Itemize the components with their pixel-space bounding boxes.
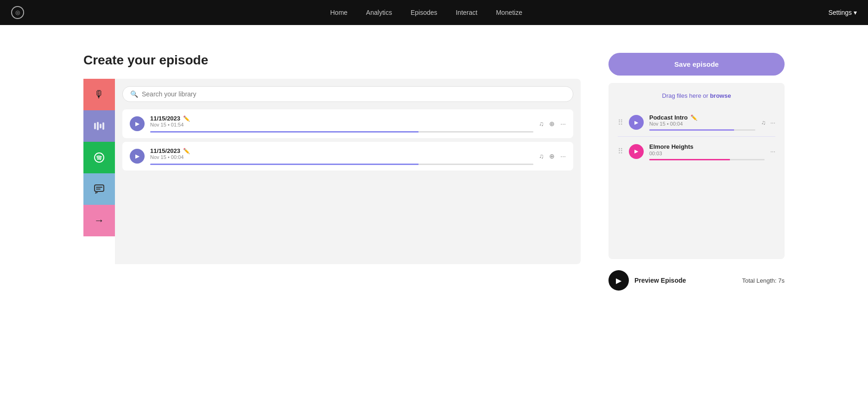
preview-left: ▶ Preview Episode <box>608 270 686 291</box>
track-name-2: 11/15/2023 <box>150 147 180 154</box>
tool-sidebar: 🎙 <box>83 79 115 264</box>
logo-icon: ◎ <box>15 9 20 16</box>
ep-name-1: Podcast Intro <box>649 114 688 121</box>
library-track-1: ▶ 11/15/2023 ✏️ Nov 15 • 01:54 ♫ ⊕ ··· <box>122 109 573 138</box>
library-panel: 🔍 ▶ 11/15/2023 ✏️ Nov 15 • 01:54 <box>115 79 581 264</box>
track-progress-2 <box>150 164 533 165</box>
track-edit-icon-1[interactable]: ✏️ <box>183 115 190 122</box>
preview-bar: ▶ Preview Episode Total Length: 7s <box>608 266 785 294</box>
drag-handle-2[interactable]: ⠿ <box>618 147 623 156</box>
search-icon: 🔍 <box>130 90 138 98</box>
nav-home[interactable]: Home <box>330 9 348 16</box>
track-actions-2: ♫ ⊕ ··· <box>539 152 566 160</box>
ep-progress-2 <box>649 159 765 160</box>
nav-episodes[interactable]: Episodes <box>411 9 437 16</box>
svg-rect-0 <box>94 123 96 129</box>
track-more-button-1[interactable]: ··· <box>560 120 566 127</box>
save-episode-button[interactable]: Save episode <box>608 53 785 76</box>
tool-bars-button[interactable] <box>83 110 115 142</box>
svg-rect-2 <box>100 124 101 128</box>
ep-more-button-1[interactable]: ··· <box>770 119 775 126</box>
track-play-button-1[interactable]: ▶ <box>130 116 145 131</box>
preview-play-button[interactable]: ▶ <box>608 270 629 291</box>
nav-monetize[interactable]: Monetize <box>496 9 522 16</box>
track-more-button-2[interactable]: ··· <box>560 152 566 160</box>
logo: ◎ <box>11 6 24 19</box>
track-music-icon-1[interactable]: ♫ <box>539 120 544 127</box>
track-edit-icon-2[interactable]: ✏️ <box>183 148 190 154</box>
track-add-button-2[interactable]: ⊕ <box>549 152 555 160</box>
ep-info-1: Podcast Intro ✏️ Nov 15 • 00:04 <box>649 114 755 131</box>
tool-arrow-button[interactable]: → <box>83 205 115 236</box>
page-title: Create your episode <box>83 53 581 68</box>
track-play-button-2[interactable]: ▶ <box>130 149 145 164</box>
ep-more-button-2[interactable]: ··· <box>770 148 775 155</box>
episode-track-1: ⠿ ▶ Podcast Intro ✏️ Nov 15 • 00:04 ♫ ··… <box>618 108 775 137</box>
ep-info-2: Elmore Heights 00:03 <box>649 142 765 160</box>
svg-rect-5 <box>95 185 104 191</box>
track-info-2: 11/15/2023 ✏️ Nov 15 • 00:04 <box>150 147 533 165</box>
main-content: Create your episode 🎙 <box>0 25 868 322</box>
episode-builder: Drag files here or browse ⠿ ▶ Podcast In… <box>608 83 785 259</box>
total-length: Total Length: 7s <box>742 277 785 284</box>
track-music-icon-2[interactable]: ♫ <box>539 152 544 160</box>
track-meta-2: Nov 15 • 00:04 <box>150 154 533 160</box>
left-panel: Create your episode 🎙 <box>83 53 581 294</box>
svg-rect-3 <box>102 122 104 130</box>
ep-meta-1: Nov 15 • 00:04 <box>649 121 755 127</box>
settings-button[interactable]: Settings ▾ <box>829 9 857 16</box>
nav-interact[interactable]: Interact <box>456 9 477 16</box>
track-actions-1: ♫ ⊕ ··· <box>539 120 566 127</box>
track-info-1: 11/15/2023 ✏️ Nov 15 • 01:54 <box>150 115 533 133</box>
preview-label: Preview Episode <box>634 277 686 284</box>
drag-handle-1[interactable]: ⠿ <box>618 118 623 127</box>
nav-analytics[interactable]: Analytics <box>366 9 392 16</box>
nav-links: Home Analytics Episodes Interact Monetiz… <box>330 9 523 16</box>
ep-music-icon-1[interactable]: ♫ <box>761 119 766 126</box>
track-name-1: 11/15/2023 <box>150 115 180 122</box>
ep-progress-1 <box>649 129 755 131</box>
tool-spotify-button[interactable] <box>83 142 115 173</box>
right-panel: Save episode Drag files here or browse ⠿… <box>608 53 785 294</box>
track-progress-1 <box>150 131 533 133</box>
episode-track-2: ⠿ ▶ Elmore Heights 00:03 ··· <box>618 137 775 166</box>
nav-bar: ◎ Home Analytics Episodes Interact Monet… <box>0 0 868 25</box>
ep-name-2: Elmore Heights <box>649 143 693 150</box>
track-add-button-1[interactable]: ⊕ <box>549 120 555 127</box>
browse-link[interactable]: browse <box>710 92 731 99</box>
ep-play-button-2[interactable]: ▶ <box>629 144 644 159</box>
tool-chat-button[interactable] <box>83 173 115 205</box>
ep-meta-2: 00:03 <box>649 151 765 156</box>
track-meta-1: Nov 15 • 01:54 <box>150 122 533 127</box>
editor-area: 🎙 <box>83 79 581 264</box>
tool-mic-button[interactable]: 🎙 <box>83 79 115 110</box>
ep-actions-2: ··· <box>770 148 775 155</box>
search-input[interactable] <box>142 90 565 98</box>
library-track-2: ▶ 11/15/2023 ✏️ Nov 15 • 00:04 ♫ ⊕ ··· <box>122 142 573 171</box>
ep-play-button-1[interactable]: ▶ <box>629 115 644 130</box>
svg-rect-1 <box>97 122 99 130</box>
drop-zone-text: Drag files here or browse <box>618 92 775 99</box>
ep-edit-icon-1[interactable]: ✏️ <box>691 114 697 121</box>
ep-actions-1: ♫ ··· <box>761 119 775 126</box>
search-box: 🔍 <box>122 86 573 102</box>
